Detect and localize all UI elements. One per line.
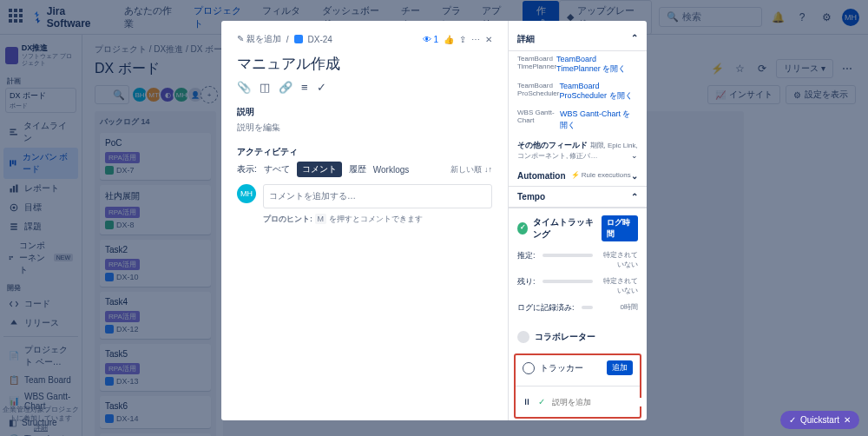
pause-icon[interactable]: ⏸ [523,397,531,406]
collaborators-section[interactable]: コラボレーター [509,324,647,350]
tab-worklogs[interactable]: Worklogs [373,165,410,175]
time-tracking-heading: タイムトラッキング [533,216,597,241]
watch-icon[interactable]: 👁 1 [423,35,438,44]
comment-input[interactable]: コメントを追加する… [263,184,492,208]
description-heading: 説明 [237,106,492,118]
attach-icon[interactable]: 📎 [237,81,251,94]
add-parent-link[interactable]: ✎ 親を追加 [237,33,281,45]
tab-all[interactable]: すべて [264,163,290,175]
check-circle-icon [517,222,528,235]
submit-icon[interactable]: ✓ [538,397,545,406]
issue-key-link[interactable]: DX-24 [308,35,332,44]
tracker-desc-input[interactable] [552,398,647,406]
sort-toggle[interactable]: 新しい順 ↓↑ [450,164,492,175]
details-section[interactable]: 詳細⌃ [517,33,638,45]
confluence-icon[interactable]: ≡ [301,81,308,94]
other-fields-section[interactable]: その他のフィールド 期限, Epic Link, コンポーネント, 修正バ… ⌄ [509,135,647,166]
issue-title[interactable]: マニュアル作成 [237,54,492,74]
close-icon[interactable]: ✕ [485,35,492,44]
subtask-icon[interactable]: ◫ [260,81,270,94]
person-icon [517,331,529,343]
automation-section[interactable]: Automation ⚡ Rule executions⌄ [517,171,638,181]
tempo-section[interactable]: Tempo⌃ [517,192,638,201]
timeplanner-link[interactable]: TeamBoard TimePlanner を開く [556,55,638,75]
tracker-section: トラッカー 追加 ⏸ ✓ 23秒 ✕ [514,353,641,419]
gantt-link[interactable]: WBS Gantt-Chart を開く [560,109,638,131]
issue-type-icon [294,35,303,43]
tab-comments[interactable]: コメント [297,162,342,177]
tab-history[interactable]: 履歴 [349,163,366,175]
more-actions-icon[interactable]: ⋯ [471,35,480,44]
share-icon[interactable]: ⇪ [459,35,466,44]
activity-heading: アクティビティ [237,146,492,158]
clock-icon [523,362,535,374]
vote-icon[interactable]: 👍 [444,35,454,44]
link-icon[interactable]: 🔗 [279,81,293,94]
comment-avatar: MH [237,184,256,203]
description-edit[interactable]: 説明を編集 [237,122,492,134]
pro-tip: プロのヒント: M を押すとコメントできます [263,214,492,225]
tracker-add-button[interactable]: 追加 [607,360,633,375]
log-time-button[interactable]: ログ時間 [602,215,638,241]
check-icon[interactable]: ✓ [317,81,326,94]
quickstart-button[interactable]: ✓ Quickstart ✕ [780,411,859,429]
proscheduler-link[interactable]: TeamBoard ProScheduler を開く [559,82,638,102]
